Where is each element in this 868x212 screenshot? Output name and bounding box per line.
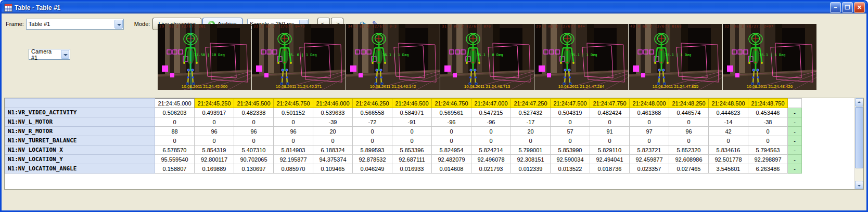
row-label[interactable]: N1:NV_LOCATION_X	[5, 145, 155, 155]
value-cell[interactable]: 0.527432	[511, 108, 551, 117]
value-cell[interactable]: 6.263486	[748, 164, 788, 174]
value-cell[interactable]: 0.444623	[709, 108, 748, 117]
value-cell[interactable]: 0	[748, 127, 788, 136]
video-thumbnail[interactable]: 32. ms 2 (8/27) 2=97 35.1 | 1 Deg 10.08.…	[723, 24, 816, 90]
value-cell[interactable]: 0	[234, 117, 274, 127]
value-cell[interactable]: 0	[155, 136, 195, 145]
value-cell[interactable]: 90.702065	[234, 155, 274, 164]
row-label[interactable]: N1:VR_VIDEO_ACTIVITY	[5, 108, 155, 117]
frame-select[interactable]: Table #1	[26, 19, 124, 30]
value-cell[interactable]: -17	[511, 117, 551, 127]
value-cell[interactable]: 5.794563	[748, 145, 788, 155]
value-cell[interactable]: 0.461368	[630, 108, 669, 117]
video-thumbnail[interactable]: 34.2 ms 2 (2/67) 0-3 36.1 | 1 Deg 10.08.…	[346, 24, 440, 90]
value-cell[interactable]: 0.018736	[590, 164, 630, 174]
value-cell[interactable]: 88	[155, 127, 195, 136]
value-cell[interactable]: 0	[709, 136, 748, 145]
value-cell[interactable]: 5.834616	[709, 145, 748, 155]
value-cell[interactable]: 96	[274, 127, 313, 136]
value-cell[interactable]: 0	[669, 117, 709, 127]
value-cell[interactable]: 57	[551, 127, 590, 136]
value-cell[interactable]: 0	[471, 136, 511, 145]
value-cell[interactable]: 5.814903	[274, 145, 313, 155]
value-cell[interactable]: 0	[432, 136, 471, 145]
value-cell[interactable]: 0	[274, 136, 313, 145]
value-cell[interactable]: -39	[313, 117, 353, 127]
video-thumbnail[interactable]: 33.2 ms 2 (2/67) 0=79 35. 0 | 1 Deg 10.0…	[252, 24, 346, 90]
value-cell[interactable]: 0.027465	[669, 164, 709, 174]
value-cell[interactable]: 0	[432, 127, 471, 136]
value-cell[interactable]: 5.824954	[432, 145, 471, 155]
value-cell[interactable]: 0	[155, 117, 195, 127]
camera-select[interactable]: Camera #1	[29, 49, 70, 60]
column-header[interactable]: 21:24:48.750	[748, 99, 788, 108]
video-thumbnail[interactable]: 29.8 ms 2 (2/67) 84= 35.1 | 1 Deg 10.08.…	[534, 24, 628, 90]
column-header[interactable]: 21:24:47.250	[511, 99, 551, 108]
value-cell[interactable]: 92.195877	[274, 155, 313, 164]
value-cell[interactable]: 5.829110	[590, 145, 630, 155]
value-cell[interactable]: 0	[392, 136, 432, 145]
column-header[interactable]: 21:24:45.000	[155, 99, 195, 108]
scroll-up-icon[interactable]	[855, 98, 863, 107]
value-cell[interactable]: 0.169889	[195, 164, 234, 174]
value-cell[interactable]: 5.407310	[234, 145, 274, 155]
value-cell[interactable]: 20	[511, 127, 551, 136]
value-cell[interactable]: 42	[709, 127, 748, 136]
value-cell[interactable]: 0	[590, 136, 630, 145]
value-cell[interactable]: 0	[551, 117, 590, 127]
value-cell[interactable]: -38	[748, 117, 788, 127]
value-cell[interactable]: 0.482424	[590, 108, 630, 117]
value-cell[interactable]: 92.298897	[748, 155, 788, 164]
column-header[interactable]: 21:24:47.000	[471, 99, 511, 108]
scroll-down-icon[interactable]	[855, 181, 863, 189]
column-header[interactable]: 21:24:48.000	[630, 99, 669, 108]
video-thumbnail[interactable]: 29. ms 2 (2/67) 201 37.58 | 10 Deg 10.08…	[158, 24, 251, 90]
value-cell[interactable]: 0	[630, 136, 669, 145]
value-cell[interactable]: 0.013522	[551, 164, 590, 174]
value-cell[interactable]: 0	[392, 127, 432, 136]
value-cell[interactable]: 92.496078	[471, 155, 511, 164]
column-header[interactable]: 21:24:46.500	[392, 99, 432, 108]
value-cell[interactable]: 0	[234, 136, 274, 145]
minimize-button[interactable]: –	[830, 2, 841, 13]
value-cell[interactable]: 96	[669, 127, 709, 136]
row-label[interactable]: N1:NV_TURRET_BALANCE	[5, 136, 155, 145]
value-cell[interactable]: 0.023357	[630, 164, 669, 174]
scrollbar-thumb[interactable]	[855, 107, 863, 168]
value-cell[interactable]: 0	[195, 117, 234, 127]
value-cell[interactable]: 0.584971	[392, 108, 432, 117]
video-thumbnail[interactable]: 31.4 ms 2 (2/67) 070 35.1 | 0 Deg 10.08.…	[440, 24, 534, 90]
value-cell[interactable]: 20	[313, 127, 353, 136]
value-cell[interactable]: 0	[748, 136, 788, 145]
value-cell[interactable]: 0.504319	[551, 108, 590, 117]
value-cell[interactable]: 94.375374	[313, 155, 353, 164]
value-cell[interactable]: 0	[630, 117, 669, 127]
value-cell[interactable]: 92.308151	[511, 155, 551, 164]
column-header[interactable]: 21:24:46.000	[313, 99, 353, 108]
value-cell[interactable]: -96	[432, 117, 471, 127]
value-cell[interactable]: 5.823721	[630, 145, 669, 155]
column-header[interactable]: 21:24:47.500	[551, 99, 590, 108]
value-cell[interactable]: 95.559540	[155, 155, 195, 164]
video-thumbnail[interactable]: 43.0 ms 2 (2/67) 0168 35.1 | 1 Deg 10.08…	[629, 24, 722, 90]
row-label[interactable]: N1:NV_L_MOTOR	[5, 117, 155, 127]
value-cell[interactable]: 0	[511, 136, 551, 145]
value-cell[interactable]: 0.014608	[432, 164, 471, 174]
value-cell[interactable]: 0.569561	[432, 108, 471, 117]
value-cell[interactable]: 0.539633	[313, 108, 353, 117]
value-cell[interactable]: 97	[630, 127, 669, 136]
value-cell[interactable]: 92.501778	[709, 155, 748, 164]
value-cell[interactable]: 0	[195, 136, 234, 145]
column-header[interactable]: 21:24:46.250	[353, 99, 392, 108]
row-label[interactable]: N1:NV_R_MOTOR	[5, 127, 155, 136]
value-cell[interactable]: 92.687111	[392, 155, 432, 164]
value-cell[interactable]: 92.800117	[195, 155, 234, 164]
column-header[interactable]: 21:24:46.750	[432, 99, 471, 108]
value-cell[interactable]: 6.188324	[313, 145, 353, 155]
value-cell[interactable]: 5.853990	[551, 145, 590, 155]
value-cell[interactable]: 0.493917	[195, 108, 234, 117]
value-cell[interactable]: 92.494041	[590, 155, 630, 164]
value-cell[interactable]: 5.824214	[471, 145, 511, 155]
value-cell[interactable]: 0.046249	[353, 164, 392, 174]
value-cell[interactable]: 92.590034	[551, 155, 590, 164]
